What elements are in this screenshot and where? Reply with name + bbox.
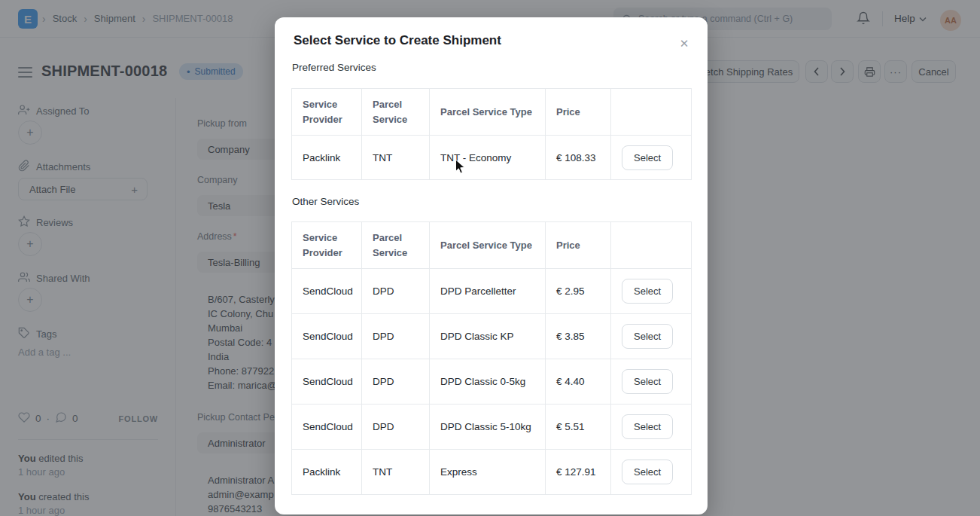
cell-type: TNT - Economy xyxy=(430,136,546,180)
cell-service: DPD xyxy=(362,405,430,450)
col-price: Price xyxy=(546,89,611,136)
dialog-title: Select Service to Create Shipment xyxy=(291,33,691,48)
select-service-button[interactable]: Select xyxy=(622,145,673,170)
select-service-button[interactable]: Select xyxy=(622,369,673,394)
cell-type: DPD Classic 5-10kg xyxy=(430,405,546,450)
close-icon[interactable]: ✕ xyxy=(674,34,694,53)
cell-provider: Packlink xyxy=(292,136,362,180)
table-row: Packlink TNT Express € 127.91 Select xyxy=(292,450,692,495)
col-parcel-service-type: Parcel Service Type xyxy=(430,89,546,136)
cell-service: DPD xyxy=(362,314,430,359)
cell-price: € 3.85 xyxy=(546,314,611,359)
cell-type: Express xyxy=(430,450,546,495)
table-row: SendCloud DPD DPD Classic 5-10kg € 5.51 … xyxy=(292,405,692,450)
table-row: SendCloud DPD DPD Classic KP € 3.85 Sele… xyxy=(292,314,692,359)
cell-provider: SendCloud xyxy=(292,314,362,359)
col-parcel-service-type: Parcel Service Type xyxy=(430,222,546,269)
other-services-table: Service Provider Parcel Service Parcel S… xyxy=(291,221,692,495)
cell-action: Select xyxy=(611,269,692,314)
cell-action: Select xyxy=(611,359,692,405)
col-parcel-service: Parcel Service xyxy=(362,222,430,269)
table-header-row: Service Provider Parcel Service Parcel S… xyxy=(292,89,692,136)
cell-provider: SendCloud xyxy=(292,405,362,450)
cell-type: DPD Classic KP xyxy=(430,314,546,359)
col-actions xyxy=(611,222,692,269)
cell-action: Select xyxy=(611,314,692,359)
cell-service: DPD xyxy=(362,269,430,314)
cell-provider: Packlink xyxy=(292,450,362,495)
cell-service: TNT xyxy=(362,450,430,495)
preferred-services-table: Service Provider Parcel Service Parcel S… xyxy=(291,88,692,180)
preferred-services-heading: Preferred Services xyxy=(291,62,691,73)
cell-price: € 2.95 xyxy=(546,269,611,314)
table-row: Packlink TNT TNT - Economy € 108.33 Sele… xyxy=(292,136,692,180)
cell-price: € 5.51 xyxy=(546,405,611,450)
table-row: SendCloud DPD DPD Classic 0-5kg € 4.40 S… xyxy=(292,359,692,405)
cell-provider: SendCloud xyxy=(292,269,362,314)
cell-service: TNT xyxy=(362,136,430,180)
cell-price: € 108.33 xyxy=(546,136,611,180)
col-service-provider: Service Provider xyxy=(292,222,362,269)
cell-price: € 4.40 xyxy=(546,359,611,405)
table-row: SendCloud DPD DPD Parcelletter € 2.95 Se… xyxy=(292,269,692,314)
select-service-button[interactable]: Select xyxy=(622,324,673,349)
mouse-cursor xyxy=(455,159,467,176)
cell-provider: SendCloud xyxy=(292,359,362,405)
cell-action: Select xyxy=(611,136,692,180)
cell-service: DPD xyxy=(362,359,430,405)
cell-type: DPD Classic 0-5kg xyxy=(430,359,546,405)
select-service-button[interactable]: Select xyxy=(622,279,673,304)
col-parcel-service: Parcel Service xyxy=(362,89,430,136)
col-price: Price xyxy=(546,222,611,269)
select-service-button[interactable]: Select xyxy=(622,460,673,484)
cell-action: Select xyxy=(611,405,692,450)
cell-action: Select xyxy=(611,450,692,495)
cell-type: DPD Parcelletter xyxy=(430,269,546,314)
cell-price: € 127.91 xyxy=(546,450,611,495)
col-service-provider: Service Provider xyxy=(292,89,362,136)
select-service-button[interactable]: Select xyxy=(622,414,673,439)
col-actions xyxy=(611,89,692,136)
table-header-row: Service Provider Parcel Service Parcel S… xyxy=(292,222,692,269)
other-services-heading: Other Services xyxy=(291,196,691,207)
select-service-dialog: Select Service to Create Shipment ✕ Pref… xyxy=(275,17,708,514)
